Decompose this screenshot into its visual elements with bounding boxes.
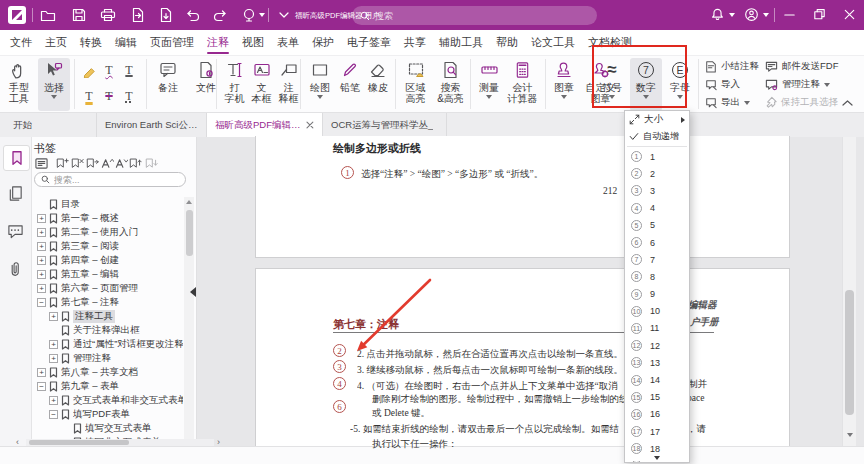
bookmark-tree-item[interactable]: + 第六章 – 页面管理 bbox=[34, 281, 183, 295]
menu-tab[interactable]: 电子签章 bbox=[347, 30, 391, 55]
accounting-calculator-button[interactable]: 会计 计算器 bbox=[504, 58, 541, 111]
foxit-logo-icon[interactable] bbox=[8, 6, 26, 24]
select-tool-button[interactable]: 选择 bbox=[38, 58, 70, 111]
callout-button[interactable]: 注 释框 bbox=[275, 58, 302, 111]
menu-tab[interactable]: 转换 bbox=[80, 30, 102, 55]
expander-icon[interactable] bbox=[37, 200, 46, 209]
hand-tool-button[interactable]: 手型 工具 bbox=[2, 58, 36, 111]
squiggly-underline-tool[interactable]: T bbox=[100, 59, 118, 81]
bookmark-tree-item[interactable]: − 第九章 – 表单 bbox=[34, 379, 183, 393]
eraser-tool-button[interactable]: 橡皮 bbox=[364, 58, 392, 111]
expander-icon[interactable]: + bbox=[37, 242, 46, 251]
number-option[interactable]: 8 8 bbox=[625, 268, 689, 285]
number-option[interactable]: 9 9 bbox=[625, 286, 689, 303]
increase-text-size-icon[interactable] bbox=[101, 156, 115, 170]
email-fdf-button[interactable]: 邮件发送FDF bbox=[765, 60, 838, 73]
menu-scroll-down[interactable] bbox=[625, 454, 689, 461]
menu-tab[interactable]: 注释 bbox=[207, 30, 229, 55]
account-caret-icon[interactable] bbox=[763, 13, 769, 17]
expander-icon[interactable] bbox=[61, 424, 70, 433]
keep-tool-selected-button[interactable]: 保持工具选择 bbox=[765, 96, 838, 109]
create-pdf-icon[interactable] bbox=[158, 7, 174, 23]
number-option[interactable]: 16 16 bbox=[625, 406, 689, 423]
bookmark-tree-item[interactable]: + 第三章 – 阅读 bbox=[34, 239, 183, 253]
menu-tab[interactable]: 保护 bbox=[312, 30, 334, 55]
menu-tab[interactable]: 文件 bbox=[10, 30, 32, 55]
menu-tab[interactable]: 辅助工具 bbox=[439, 30, 483, 55]
tab-ocr-document[interactable]: OCR运筹与管理科学丛_ bbox=[323, 113, 447, 137]
note-comment-button[interactable]: 备注 bbox=[150, 58, 186, 111]
bookmark-tree-item[interactable]: + 第二章 – 使用入门 bbox=[34, 225, 183, 239]
bookmark-tree-item[interactable]: + 第四章 – 创建 bbox=[34, 253, 183, 267]
menu-tab[interactable]: 表单 bbox=[277, 30, 299, 55]
bookmark-tree-item[interactable]: + 通过“属性”对话框更改注释外观 bbox=[34, 337, 183, 351]
scrollbar-thumb[interactable] bbox=[845, 290, 854, 415]
number-option[interactable]: 10 10 bbox=[625, 303, 689, 320]
collapse-panel-icon[interactable] bbox=[190, 287, 196, 297]
menu-item-auto-increment[interactable]: 自动递增 bbox=[625, 128, 689, 145]
number-option[interactable]: 11 11 bbox=[625, 320, 689, 337]
bookmark-tree-item[interactable]: 目录 bbox=[34, 197, 183, 211]
expander-icon[interactable]: + bbox=[37, 368, 46, 377]
menu-tab[interactable]: 主页 bbox=[45, 30, 67, 55]
bookmark-tree-item[interactable]: − 填写PDF表单 bbox=[34, 407, 183, 421]
bookmark-tree-item[interactable]: + 第八章 – 共享文档 bbox=[34, 365, 183, 379]
search-highlight-button[interactable]: 搜索 &高亮 bbox=[433, 58, 468, 111]
minimize-icon[interactable] bbox=[782, 7, 798, 23]
close-tab-icon[interactable] bbox=[306, 121, 314, 129]
number-option[interactable]: 2 2 bbox=[625, 165, 689, 182]
number-option[interactable]: 13 13 bbox=[625, 354, 689, 371]
number-option[interactable]: 17 17 bbox=[625, 423, 689, 440]
document-scrollbar[interactable] bbox=[842, 137, 856, 446]
bookmark-tree-item[interactable]: + 注释工具 bbox=[34, 309, 183, 323]
pages-panel-icon[interactable] bbox=[7, 185, 24, 206]
number-option[interactable]: 6 6 bbox=[625, 234, 689, 251]
expander-icon[interactable]: − bbox=[37, 382, 46, 391]
notifications-caret-icon[interactable] bbox=[729, 13, 735, 17]
decrease-text-size-icon[interactable] bbox=[115, 156, 129, 170]
toolbar-more-icon[interactable] bbox=[276, 7, 292, 23]
menu-tab[interactable]: 帮助 bbox=[496, 30, 518, 55]
bookmark-tree-item[interactable]: − 第七章 – 注释 bbox=[34, 295, 183, 309]
expander-icon[interactable]: + bbox=[37, 214, 46, 223]
save-icon[interactable] bbox=[71, 7, 87, 23]
highlight-underline-tool[interactable]: T bbox=[80, 85, 98, 107]
redo-icon[interactable] bbox=[212, 7, 228, 23]
expander-icon[interactable]: + bbox=[37, 270, 46, 279]
number-option[interactable]: 3 3 bbox=[625, 182, 689, 199]
demote-bookmark-icon[interactable] bbox=[145, 156, 159, 170]
bookmark-search-input[interactable] bbox=[54, 175, 174, 185]
expander-icon[interactable]: + bbox=[37, 256, 46, 265]
scroll-down-icon[interactable] bbox=[847, 433, 853, 437]
set-destination-icon[interactable] bbox=[86, 156, 100, 170]
global-search-input[interactable] bbox=[375, 11, 555, 21]
scroll-right-icon[interactable]: › bbox=[217, 437, 220, 447]
bookmark-tree-item[interactable]: 关于注释弹出框 bbox=[34, 323, 183, 337]
global-search[interactable] bbox=[352, 6, 597, 25]
scroll-up-icon[interactable] bbox=[186, 200, 192, 204]
number-option[interactable]: 1 1 bbox=[625, 148, 689, 165]
scrollbar-thumb[interactable] bbox=[186, 210, 193, 256]
expander-icon[interactable]: + bbox=[49, 340, 58, 349]
manage-comments-button[interactable]: 管理注释 bbox=[765, 78, 830, 91]
menu-tab[interactable]: 视图 bbox=[242, 30, 264, 55]
expander-icon[interactable]: + bbox=[37, 228, 46, 237]
quick-tool-icon[interactable] bbox=[241, 7, 257, 23]
bookmark-tree-item[interactable]: 填写交互式表单 bbox=[34, 421, 183, 435]
undo-icon[interactable] bbox=[185, 7, 201, 23]
restore-window-icon[interactable] bbox=[812, 7, 828, 23]
bookmarks-panel-icon[interactable] bbox=[3, 145, 30, 171]
expander-icon[interactable] bbox=[49, 326, 58, 335]
menu-tab[interactable]: 编辑 bbox=[115, 30, 137, 55]
print-icon[interactable] bbox=[100, 7, 116, 23]
bookmark-options-icon[interactable] bbox=[35, 156, 49, 170]
expander-icon[interactable]: − bbox=[49, 410, 58, 419]
symbol-annotation-button[interactable]: ≈ 符号 bbox=[597, 58, 627, 111]
export-comments-button[interactable]: 导出 bbox=[705, 96, 750, 109]
bookmark-tree-item[interactable]: + 管理注释 bbox=[34, 351, 183, 365]
insert-text-tool[interactable]: T bbox=[120, 85, 138, 107]
collapse-ribbon-icon[interactable] bbox=[841, 98, 854, 108]
bookmark-scrollbar[interactable] bbox=[184, 197, 194, 440]
highlight-text-tool[interactable] bbox=[80, 59, 98, 81]
menu-tab[interactable]: 文档检测 bbox=[588, 30, 632, 55]
